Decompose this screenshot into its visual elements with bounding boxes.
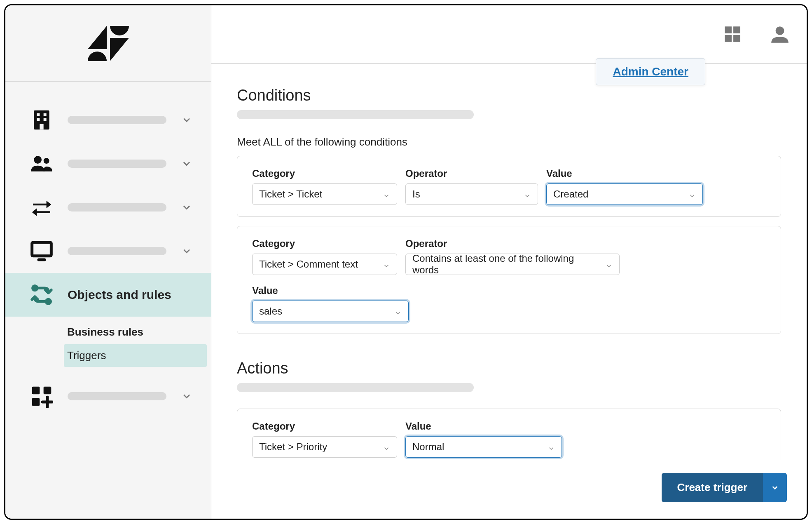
zendesk-logo-icon [88, 26, 129, 61]
chevron-down-icon [181, 245, 192, 257]
svg-rect-11 [32, 387, 40, 395]
chevron-down-icon [548, 443, 555, 451]
action-card: Category Ticket > Priority Value Normal [237, 409, 781, 461]
admin-center-link[interactable]: Admin Center [613, 65, 688, 78]
user-profile-icon[interactable] [770, 24, 790, 45]
arrows-swap-icon [30, 196, 53, 219]
field-label-value: Value [405, 421, 562, 432]
rules-icon [30, 283, 53, 306]
sidebar-item-placeholder [68, 392, 166, 400]
chevron-down-icon [383, 261, 390, 268]
chevron-down-icon [605, 261, 613, 268]
conditions-title: Conditions [237, 87, 781, 104]
condition-card: Category Ticket > Comment text Operator … [237, 226, 781, 334]
sidebar-item-apps[interactable] [5, 374, 211, 418]
svg-rect-13 [32, 398, 40, 406]
svg-rect-4 [44, 118, 47, 121]
svg-point-18 [776, 26, 784, 35]
select-value: Created [553, 188, 588, 200]
logo-area [5, 5, 211, 82]
field-label-value: Value [546, 168, 703, 179]
svg-rect-17 [733, 35, 740, 42]
svg-point-6 [34, 156, 42, 164]
chevron-down-icon [383, 443, 390, 451]
sidebar-item-placeholder [68, 116, 166, 124]
conditions-description-placeholder [237, 110, 474, 119]
sidebar-item-placeholder [68, 247, 166, 255]
field-label-category: Category [252, 238, 397, 249]
sidebar-sub-item-triggers[interactable]: Triggers [64, 344, 207, 367]
field-label-category: Category [252, 421, 397, 432]
actions-title: Actions [237, 360, 781, 377]
sidebar-item-workspace[interactable] [5, 98, 211, 142]
category-select[interactable]: Ticket > Ticket [252, 183, 397, 205]
svg-rect-15 [733, 26, 740, 33]
main-content: Admin Center Conditions Meet ALL of the … [211, 5, 807, 519]
create-trigger-split-button[interactable] [763, 473, 787, 502]
sidebar-item-label: Objects and rules [68, 288, 194, 302]
condition-card: Category Ticket > Ticket Operator Is [237, 156, 781, 217]
select-value: Ticket > Comment text [259, 258, 358, 270]
svg-rect-12 [44, 387, 51, 395]
chevron-down-icon [181, 202, 192, 213]
footer: Create trigger [211, 461, 807, 519]
create-trigger-button-group: Create trigger [662, 473, 787, 502]
svg-rect-5 [40, 124, 43, 129]
action-category-select[interactable]: Ticket > Priority [252, 436, 397, 458]
select-value: Normal [412, 441, 444, 453]
value-input[interactable]: sales [252, 301, 409, 322]
sidebar-item-placeholder [68, 160, 166, 168]
building-icon [30, 108, 53, 132]
svg-point-7 [44, 158, 49, 164]
operator-select[interactable]: Contains at least one of the following w… [405, 254, 620, 275]
select-value: sales [259, 305, 282, 317]
app-window: Objects and rules Business rules Trigger… [4, 4, 808, 520]
select-value: Ticket > Priority [259, 441, 327, 453]
field-label-category: Category [252, 168, 397, 179]
select-value: Is [412, 188, 420, 200]
create-trigger-button[interactable]: Create trigger [662, 473, 763, 502]
meet-all-label: Meet ALL of the following conditions [237, 136, 781, 148]
actions-description-placeholder [237, 383, 474, 392]
content-area: Conditions Meet ALL of the following con… [211, 64, 807, 461]
sidebar-item-placeholder [68, 203, 166, 211]
chevron-down-icon [524, 190, 531, 198]
operator-select[interactable]: Is [405, 183, 538, 205]
field-label-operator: Operator [405, 168, 538, 179]
select-value: Contains at least one of the following w… [412, 253, 600, 276]
value-select[interactable]: Created [546, 183, 703, 205]
apps-add-icon [30, 385, 53, 408]
sidebar-sub-header: Business rules [67, 320, 211, 344]
sidebar-item-objects-rules[interactable]: Objects and rules [5, 273, 211, 317]
sidebar-nav: Objects and rules Business rules Trigger… [5, 82, 211, 418]
people-icon [30, 152, 53, 175]
chevron-down-icon [181, 158, 192, 169]
field-label-value: Value [252, 285, 409, 296]
svg-rect-1 [37, 113, 40, 116]
admin-center-tooltip: Admin Center [596, 58, 705, 85]
chevron-down-icon [383, 190, 390, 198]
select-value: Ticket > Ticket [259, 188, 322, 200]
sidebar-item-channels[interactable] [5, 186, 211, 229]
topbar [211, 5, 807, 64]
action-value-select[interactable]: Normal [405, 436, 562, 458]
chevron-down-icon [181, 390, 192, 402]
sidebar-item-workspaces[interactable] [5, 229, 211, 273]
chevron-down-icon [688, 190, 696, 198]
svg-rect-14 [725, 26, 732, 33]
svg-rect-16 [725, 35, 732, 42]
apps-grid-icon[interactable] [722, 24, 743, 45]
chevron-down-icon [394, 308, 402, 315]
svg-rect-2 [44, 113, 47, 116]
sidebar-item-people[interactable] [5, 142, 211, 186]
category-select[interactable]: Ticket > Comment text [252, 254, 397, 275]
monitor-icon [30, 240, 53, 263]
field-label-operator: Operator [405, 238, 620, 249]
svg-rect-8 [32, 242, 51, 256]
sidebar-subgroup: Business rules Triggers [5, 317, 211, 367]
sidebar: Objects and rules Business rules Trigger… [5, 5, 211, 519]
chevron-down-icon [181, 114, 192, 126]
svg-rect-3 [37, 118, 40, 121]
